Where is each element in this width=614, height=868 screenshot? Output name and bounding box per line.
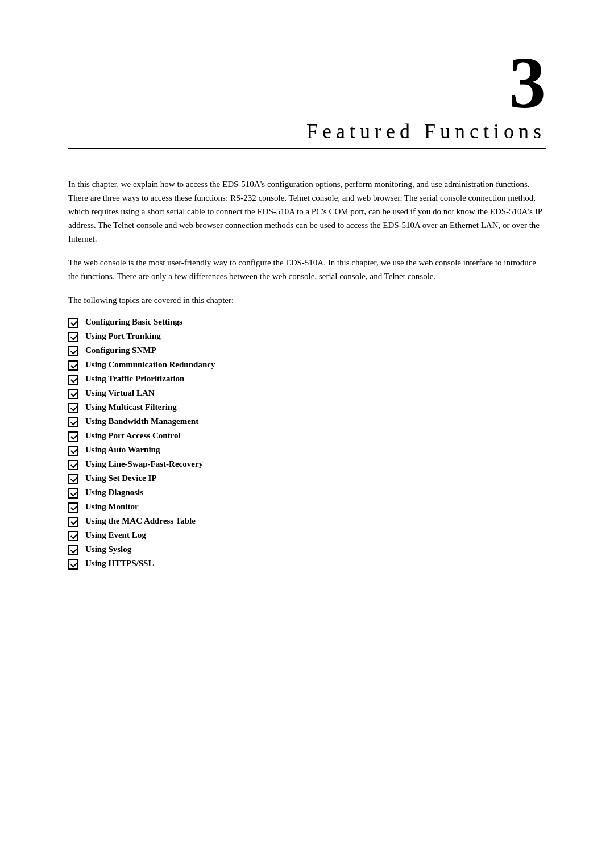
checkbox-icon	[68, 517, 78, 527]
list-item: Using Virtual LAN	[68, 388, 546, 399]
checkbox-icon	[68, 488, 78, 499]
topic-label: Using the MAC Address Table	[85, 516, 196, 526]
topic-label: Using Communication Redundancy	[85, 360, 215, 369]
list-item: Using HTTPS/SSL	[68, 559, 546, 570]
checkbox-icon	[68, 375, 78, 385]
title-rule	[68, 148, 546, 149]
checkbox-icon	[68, 389, 78, 399]
checkbox-icon	[68, 460, 78, 470]
checkbox-icon	[68, 559, 78, 570]
topic-label: Using Event Log	[85, 530, 146, 540]
topic-label: Using Bandwidth Management	[85, 417, 198, 426]
list-item: Using Communication Redundancy	[68, 360, 546, 371]
topic-label: Configuring Basic Settings	[85, 317, 182, 327]
checkbox-icon	[68, 403, 78, 413]
list-item: Using Traffic Prioritization	[68, 374, 546, 385]
topic-label: Using Set Device IP	[85, 474, 156, 483]
checkbox-icon	[68, 417, 78, 427]
topics-list: Configuring Basic SettingsUsing Port Tru…	[68, 317, 546, 570]
checkbox-icon	[68, 545, 78, 555]
list-item: Using Bandwidth Management	[68, 417, 546, 427]
intro-paragraph-1: In this chapter, we explain how to acces…	[68, 177, 546, 246]
topic-label: Using Auto Warning	[85, 445, 160, 455]
list-item: Using the MAC Address Table	[68, 516, 546, 527]
list-item: Using Multicast Filtering	[68, 402, 546, 413]
page-container: 3 Featured Functions In this chapter, we…	[0, 0, 614, 868]
list-item: Using Event Log	[68, 530, 546, 541]
checkbox-icon	[68, 502, 78, 513]
list-item: Using Line-Swap-Fast-Recovery	[68, 459, 546, 470]
list-item: Configuring SNMP	[68, 346, 546, 356]
topic-label: Using Virtual LAN	[85, 388, 155, 398]
checkbox-icon	[68, 431, 78, 442]
topic-label: Using Port Access Control	[85, 431, 181, 441]
checkbox-icon	[68, 318, 78, 328]
topic-label: Configuring SNMP	[85, 346, 156, 355]
checkbox-icon	[68, 360, 78, 371]
chapter-title: Featured Functions	[68, 119, 546, 143]
list-item: Using Monitor	[68, 502, 546, 513]
list-item: Using Set Device IP	[68, 474, 546, 484]
topic-label: Using HTTPS/SSL	[85, 559, 154, 568]
checkbox-icon	[68, 446, 78, 456]
topics-intro: The following topics are covered in this…	[68, 293, 546, 307]
checkbox-icon	[68, 531, 78, 541]
list-item: Configuring Basic Settings	[68, 317, 546, 328]
topic-label: Using Line-Swap-Fast-Recovery	[85, 459, 203, 469]
topic-label: Using Diagnosis	[85, 488, 143, 497]
list-item: Using Port Access Control	[68, 431, 546, 442]
list-item: Using Port Trunking	[68, 331, 546, 342]
topic-label: Using Multicast Filtering	[85, 402, 177, 412]
list-item: Using Diagnosis	[68, 488, 546, 499]
intro-paragraph-2: The web console is the most user-friendl…	[68, 256, 546, 283]
topic-label: Using Monitor	[85, 502, 139, 512]
chapter-number: 3	[68, 45, 546, 119]
list-item: Using Syslog	[68, 545, 546, 555]
topic-label: Using Traffic Prioritization	[85, 374, 184, 384]
list-item: Using Auto Warning	[68, 445, 546, 456]
checkbox-icon	[68, 474, 78, 484]
topic-label: Using Port Trunking	[85, 331, 161, 341]
checkbox-icon	[68, 332, 78, 342]
checkbox-icon	[68, 346, 78, 356]
topic-label: Using Syslog	[85, 545, 131, 554]
